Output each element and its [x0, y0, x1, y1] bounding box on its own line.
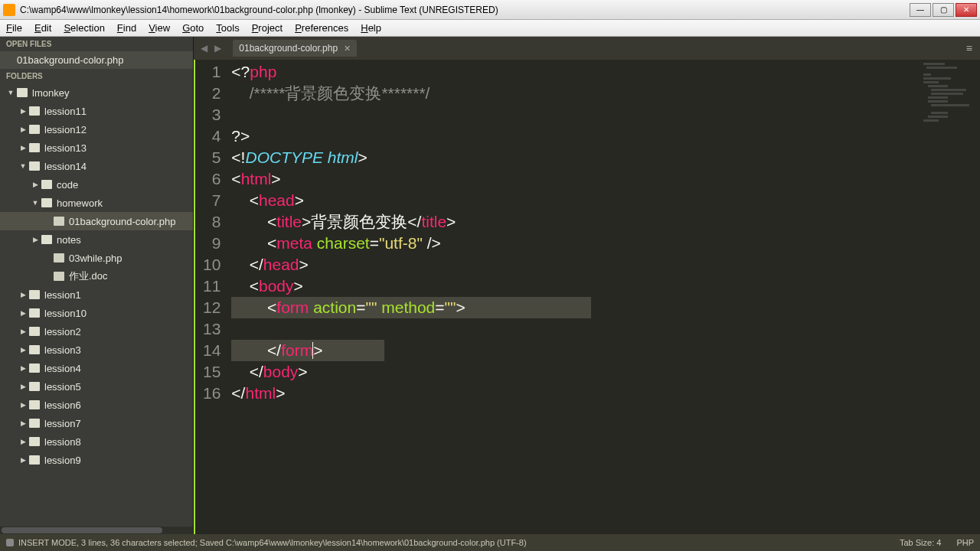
status-bar: INSERT MODE, 3 lines, 36 characters sele… [0, 534, 980, 551]
menu-help[interactable]: Help [354, 21, 387, 35]
maximize-button[interactable]: ▢ [933, 3, 954, 17]
open-files-header: OPEN FILES [0, 37, 193, 51]
line-gutter: 12345678910111213141516 [195, 60, 231, 534]
file-tab[interactable]: 01background-color.php ✕ [233, 40, 357, 57]
folder-lession9[interactable]: ▶lession9 [0, 451, 193, 469]
menu-selection[interactable]: Selection [57, 21, 110, 35]
status-syntax[interactable]: PHP [956, 538, 974, 547]
menu-find[interactable]: Find [111, 21, 142, 35]
menu-preferences[interactable]: Preferences [289, 21, 354, 35]
file-作业.doc[interactable]: 作业.doc [0, 267, 193, 285]
file-01background-color.php[interactable]: 01background-color.php [0, 212, 193, 230]
menu-bar: FileEditSelectionFindViewGotoToolsProjec… [0, 20, 980, 37]
minimize-button[interactable]: — [910, 3, 931, 17]
folder-lession1[interactable]: ▶lession1 [0, 285, 193, 304]
open-file-item[interactable]: 01background-color.php [0, 51, 193, 69]
folder-lession7[interactable]: ▶lession7 [0, 414, 193, 432]
menu-edit[interactable]: Edit [28, 21, 57, 35]
folder-lession3[interactable]: ▶lession3 [0, 341, 193, 359]
tab-close-icon[interactable]: ✕ [344, 44, 351, 54]
code-editor[interactable]: 12345678910111213141516 <?php /*****背景颜色… [194, 60, 980, 534]
editor-area: ◀ ▶ 01background-color.php ✕ ≡ 123456789… [194, 37, 980, 534]
sidebar-scrollbar[interactable] [0, 527, 193, 534]
sidebar: OPEN FILES 01background-color.php FOLDER… [0, 37, 194, 534]
minimap[interactable] [919, 60, 980, 213]
window-title: C:\wamp64\www\lmonkey\lession14\homework… [20, 5, 908, 15]
close-button[interactable]: ✕ [956, 3, 977, 17]
folder-lession2[interactable]: ▶lession2 [0, 322, 193, 341]
status-tabsize[interactable]: Tab Size: 4 [900, 538, 941, 547]
folder-lession10[interactable]: ▶lession10 [0, 304, 193, 322]
app-icon [3, 4, 15, 16]
folder-tree: ▼lmonkey▶lession11▶lession12▶lession13▼l… [0, 83, 193, 527]
tab-back-button[interactable]: ◀ [198, 43, 210, 54]
menu-goto[interactable]: Goto [176, 21, 210, 35]
status-message: INSERT MODE, 3 lines, 36 characters sele… [18, 538, 527, 547]
folder-lession11[interactable]: ▶lession11 [0, 102, 193, 120]
status-icon [6, 539, 14, 546]
folder-homework[interactable]: ▼homework [0, 194, 193, 212]
folder-notes[interactable]: ▶notes [0, 230, 193, 249]
folder-lmonkey[interactable]: ▼lmonkey [0, 83, 193, 102]
folder-lession4[interactable]: ▶lession4 [0, 359, 193, 377]
tab-bar: ◀ ▶ 01background-color.php ✕ ≡ [194, 37, 980, 60]
tab-fwd-button[interactable]: ▶ [212, 43, 224, 54]
folder-lession8[interactable]: ▶lession8 [0, 432, 193, 451]
folder-lession13[interactable]: ▶lession13 [0, 139, 193, 157]
code-content[interactable]: <?php /*****背景颜色变换*******/?><!DOCTYPE ht… [231, 60, 980, 534]
folder-lession5[interactable]: ▶lession5 [0, 377, 193, 396]
menu-file[interactable]: File [0, 21, 28, 35]
tab-label: 01background-color.php [239, 43, 338, 54]
menu-project[interactable]: Project [246, 21, 289, 35]
file-03while.php[interactable]: 03while.php [0, 249, 193, 267]
folder-lession6[interactable]: ▶lession6 [0, 396, 193, 414]
folder-lession12[interactable]: ▶lession12 [0, 120, 193, 139]
menu-tools[interactable]: Tools [210, 21, 245, 35]
tab-nav: ◀ ▶ [198, 43, 224, 54]
window-controls: — ▢ ✕ [908, 3, 977, 17]
window-titlebar: C:\wamp64\www\lmonkey\lession14\homework… [0, 0, 980, 20]
menu-view[interactable]: View [142, 21, 176, 35]
folders-header: FOLDERS [0, 69, 193, 83]
folder-code[interactable]: ▶code [0, 175, 193, 194]
folder-lession14[interactable]: ▼lession14 [0, 157, 193, 175]
panel-menu-icon[interactable]: ≡ [963, 42, 975, 54]
